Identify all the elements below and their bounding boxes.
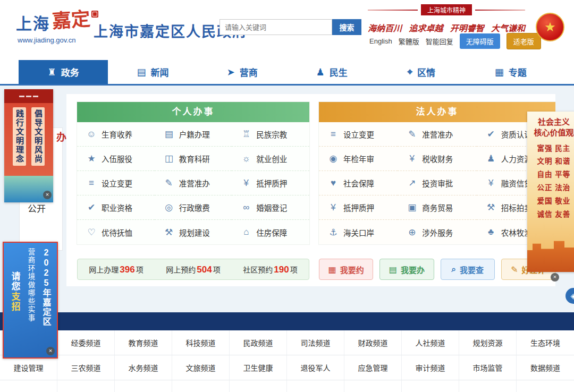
search-bar: 搜索 bbox=[220, 19, 361, 35]
service-establishment-change[interactable]: ≡设立变更 bbox=[319, 122, 398, 147]
tab-label: 政务 bbox=[61, 65, 79, 79]
newspaper-icon: ▤ bbox=[137, 66, 146, 78]
service-mortgage-pledge[interactable]: ¥抵押质押 bbox=[319, 195, 398, 220]
channel-agriculture[interactable]: 三农频道 bbox=[57, 355, 115, 380]
channel-planning-resources[interactable]: 规划资源 bbox=[459, 330, 517, 355]
temple-icon: ♖ bbox=[241, 129, 251, 140]
i-want-to-apply-button[interactable]: ▤我要办 bbox=[379, 259, 434, 280]
link-traditional-chinese[interactable]: 繁體版 bbox=[399, 36, 419, 46]
military-star-icon: ★ bbox=[86, 153, 97, 164]
search-button[interactable]: 搜索 bbox=[332, 19, 361, 35]
channel-construction[interactable]: 建设管理 bbox=[0, 355, 57, 380]
link-smart-reply[interactable]: 智能回复 bbox=[426, 36, 453, 46]
tab-label: 区情 bbox=[417, 65, 435, 79]
close-icon[interactable]: × bbox=[551, 273, 559, 282]
service-label: 就业创业 bbox=[256, 153, 287, 164]
service-planning-construction[interactable]: ⚒规划建设 bbox=[155, 220, 232, 244]
stat-online-processing[interactable]: 网上办理 396 项 bbox=[89, 264, 143, 275]
close-icon[interactable]: × bbox=[43, 191, 52, 199]
service-permits[interactable]: ✎准营准办 bbox=[155, 171, 232, 195]
slogan-4: 大气谦和 bbox=[491, 21, 525, 34]
chart-up-icon: ↗ bbox=[407, 177, 417, 189]
elderly-version-button[interactable]: 适老版 bbox=[507, 33, 541, 49]
id-card-icon: ▤ bbox=[164, 129, 174, 140]
channel-science[interactable]: 科技频道 bbox=[172, 330, 230, 355]
stat-label: 网上预约 bbox=[166, 264, 196, 275]
person-icon: ♟ bbox=[486, 153, 496, 164]
channel-economy[interactable]: 经委频道 bbox=[57, 330, 115, 355]
core-values-banner[interactable]: 社会主义 核心价值观 富强 民主 文明 和谐 自由 平等 公正 法治 爱国 敬业… bbox=[527, 112, 574, 272]
logo-jiading-calligraphy: 嘉定 bbox=[52, 10, 91, 31]
tab-label: 新闻 bbox=[151, 65, 169, 79]
service-military-service[interactable]: ★入伍服役 bbox=[77, 147, 155, 171]
city-spirit-ribbon: 上海城市精神 bbox=[421, 4, 472, 15]
service-education-research[interactable]: ◫教育科研 bbox=[155, 147, 232, 171]
service-household-registration[interactable]: ▤户籍办理 bbox=[155, 122, 232, 147]
civility-left-column: 践行文明理念 bbox=[13, 107, 26, 166]
service-professional-qualification[interactable]: ✔职业资格 bbox=[77, 195, 155, 220]
channel-finance[interactable]: 财政频道 bbox=[344, 330, 402, 355]
service-customs-port[interactable]: ⚓海关口岸 bbox=[319, 220, 398, 244]
tab-livelihood[interactable]: ♟ 民生 bbox=[287, 60, 376, 84]
service-establishment-change[interactable]: ≡设立变更 bbox=[77, 171, 155, 195]
tab-special-topics[interactable]: ▦ 专题 bbox=[466, 60, 555, 84]
link-english[interactable]: English bbox=[369, 37, 392, 45]
tab-news[interactable]: ▤ 新闻 bbox=[108, 60, 197, 84]
tab-label: 营商 bbox=[240, 65, 258, 79]
service-administrative-fees[interactable]: ◎行政缴费 bbox=[155, 195, 232, 220]
service-social-security[interactable]: ♥社会保障 bbox=[319, 171, 398, 195]
pen-icon: ✎ bbox=[407, 129, 417, 140]
i-want-to-book-button[interactable]: ▦我要约 bbox=[319, 259, 373, 280]
service-commerce-trade[interactable]: ▣商务贸易 bbox=[398, 195, 476, 220]
channel-ecology[interactable]: 生态环境 bbox=[517, 330, 574, 355]
values-pair: 文明 和谐 bbox=[527, 155, 574, 168]
channel-emergency[interactable]: 应急管理 bbox=[344, 355, 402, 380]
service-ethnic-religion[interactable]: ♖民族宗教 bbox=[232, 122, 309, 147]
service-employment-startup[interactable]: ☼就业创业 bbox=[232, 147, 309, 171]
channel-culture-tourism[interactable]: 文旅频道 bbox=[172, 355, 230, 380]
globe-icon: ⊕ bbox=[407, 227, 417, 238]
channel-education[interactable]: 教育频道 bbox=[115, 330, 172, 355]
badge-check-icon: ✔ bbox=[486, 129, 496, 140]
service-birth-adoption[interactable]: ☺生育收养 bbox=[77, 122, 155, 147]
civility-promo-banner[interactable]: 践行文明理念 倡导文明风尚 × bbox=[4, 89, 53, 202]
service-marriage-registration[interactable]: ∞婚姻登记 bbox=[232, 195, 309, 220]
stat-online-booking[interactable]: 网上预约 504 项 bbox=[166, 264, 220, 275]
service-label: 抵押质押 bbox=[256, 177, 287, 189]
service-mortgage-pledge[interactable]: ¥抵押质押 bbox=[232, 171, 309, 195]
site-logo[interactable]: 上海 嘉定 bbox=[16, 11, 98, 34]
tab-district-info[interactable]: ⌖ 区情 bbox=[376, 60, 466, 84]
service-preferential-care[interactable]: ♡优待抚恤 bbox=[77, 220, 155, 244]
great-wall-illustration bbox=[527, 239, 574, 272]
sidebar-item-disclosure[interactable]: 公开 bbox=[28, 201, 46, 215]
service-annual-inspection[interactable]: ◉年检年审 bbox=[319, 147, 398, 171]
channel-water[interactable]: 水务频道 bbox=[115, 355, 172, 380]
search-input[interactable] bbox=[220, 19, 332, 35]
service-tax-finance[interactable]: ¥税收财务 bbox=[398, 147, 476, 171]
channel-cell-empty bbox=[287, 380, 344, 392]
values-pair: 自由 平等 bbox=[527, 168, 574, 182]
tab-government-affairs[interactable]: ♜ 政务 bbox=[19, 60, 108, 84]
legal-services-title: 法人办事 bbox=[319, 102, 555, 122]
channel-veterans[interactable]: 退役军人 bbox=[287, 355, 344, 380]
business-environment-survey-banner[interactable]: 请您支招 营商环境做哪些实事 2025年嘉定区 × bbox=[3, 242, 58, 359]
service-foreign-affairs[interactable]: ⊕涉外服务 bbox=[398, 220, 476, 244]
tab-business[interactable]: ➤ 营商 bbox=[198, 60, 287, 84]
accessibility-button[interactable]: 无障碍版 bbox=[460, 33, 500, 49]
channel-justice[interactable]: 司法频道 bbox=[287, 330, 344, 355]
stat-community-booking[interactable]: 社区预约 190 项 bbox=[243, 264, 297, 275]
service-label: 涉外服务 bbox=[422, 227, 453, 238]
i-want-to-search-button[interactable]: ⌕我要查 bbox=[441, 259, 495, 280]
money-icon: ¥ bbox=[241, 178, 251, 189]
service-permits[interactable]: ✎准营准办 bbox=[398, 122, 476, 147]
channel-human-resources[interactable]: 人社频道 bbox=[402, 330, 459, 355]
channel-audit[interactable]: 审计频道 bbox=[402, 355, 459, 380]
channel-data[interactable]: 数据频道 bbox=[517, 355, 574, 380]
service-label: 投资审批 bbox=[422, 177, 453, 189]
channel-civil-affairs[interactable]: 民政频道 bbox=[230, 330, 287, 355]
close-icon[interactable]: × bbox=[46, 347, 55, 355]
service-housing-security[interactable]: ⌂住房保障 bbox=[232, 220, 309, 244]
channel-market-regulation[interactable]: 市场监管 bbox=[459, 355, 517, 380]
channel-health[interactable]: 卫生健康 bbox=[230, 355, 287, 380]
service-investment-approval[interactable]: ↗投资审批 bbox=[398, 171, 476, 195]
